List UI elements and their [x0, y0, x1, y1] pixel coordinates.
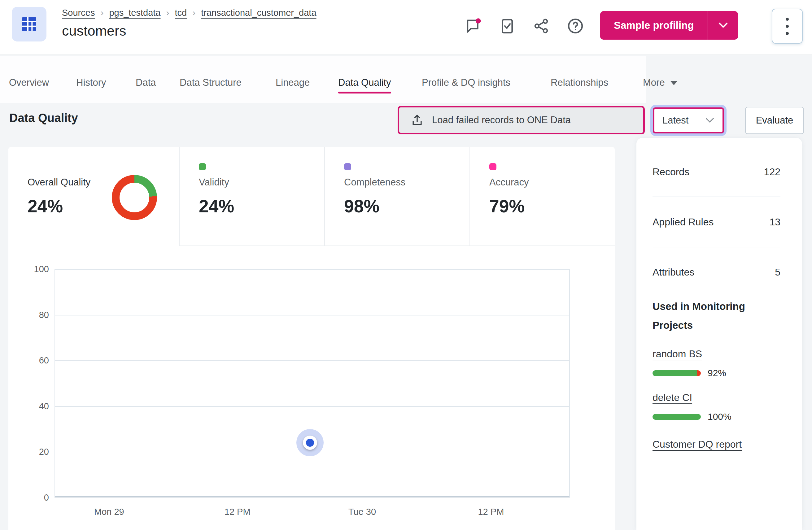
more-options-kebab-button[interactable]: [772, 9, 803, 44]
tab-data-quality[interactable]: Data Quality: [338, 77, 391, 88]
project-progress-row: 100%: [653, 411, 780, 422]
accuracy-value: 79%: [489, 196, 525, 216]
tab-bar: Overview History Data Data Structure Lin…: [0, 56, 646, 103]
catalog-item-icon: [12, 7, 46, 42]
upload-icon: [410, 113, 424, 127]
chevron-down-icon: [705, 117, 714, 123]
kebab-dot: [786, 25, 789, 28]
evaluate-button[interactable]: Evaluate: [745, 107, 804, 134]
records-label: Records: [653, 166, 690, 178]
gridline-80: [55, 315, 569, 315]
load-failed-records-button[interactable]: Load failed records to ONE Data: [397, 106, 645, 134]
tab-lineage[interactable]: Lineage: [276, 77, 310, 88]
profiling-options-dropdown[interactable]: [708, 11, 738, 40]
help-icon[interactable]: [566, 17, 585, 35]
details-sidebar: Records 122 Applied Rules 13 Attributes …: [636, 138, 802, 530]
overall-quality-card: Overall Quality 24%: [9, 147, 179, 246]
validity-card: Validity 24%: [179, 147, 324, 246]
y-tick-100: 100: [21, 264, 49, 274]
y-tick-0: 0: [21, 492, 49, 503]
overall-quality-label: Overall Quality: [28, 177, 90, 188]
caret-down-icon: [670, 81, 677, 85]
breadcrumb-tcd[interactable]: tcd: [175, 8, 187, 18]
kebab-dot: [786, 32, 789, 35]
tab-more[interactable]: More: [643, 77, 677, 88]
accuracy-color-dot: [489, 163, 496, 170]
comments-icon[interactable]: [464, 17, 482, 35]
y-tick-80: 80: [21, 310, 49, 320]
breadcrumb-sources[interactable]: Sources: [62, 8, 95, 18]
attributes-stat: Attributes 5: [653, 263, 780, 281]
validity-value: 24%: [199, 196, 234, 216]
tasks-icon[interactable]: [498, 17, 517, 35]
y-tick-60: 60: [21, 355, 49, 366]
progress-value: 92%: [708, 368, 726, 378]
x-tick-12pm-2: 12 PM: [466, 507, 516, 517]
applied-rules-label: Applied Rules: [653, 216, 713, 228]
tab-profile-dq-insights[interactable]: Profile & DQ insights: [422, 77, 510, 88]
applied-rules-stat: Applied Rules 13: [653, 213, 780, 231]
y-tick-20: 20: [21, 446, 49, 457]
records-value: 122: [764, 166, 780, 178]
records-stat: Records 122: [653, 163, 780, 181]
sample-profiling-split-button: Sample profiling: [600, 11, 738, 40]
tab-data[interactable]: Data: [136, 77, 156, 88]
tab-data-structure[interactable]: Data Structure: [179, 77, 242, 88]
project-link-random-bs[interactable]: random BS: [653, 348, 702, 360]
project-link-delete-ci[interactable]: delete CI: [653, 392, 692, 403]
share-icon[interactable]: [532, 17, 551, 35]
completeness-label: Completeness: [344, 177, 405, 188]
chevron-down-icon: [718, 22, 728, 29]
project-progress-row: 92%: [653, 368, 780, 378]
tab-relationships[interactable]: Relationships: [551, 77, 608, 88]
divider: [653, 196, 780, 197]
divider: [653, 247, 780, 247]
gridline-60: [55, 360, 569, 361]
x-tick-mon29: Mon 29: [84, 507, 134, 517]
tab-overview[interactable]: Overview: [9, 77, 49, 88]
completeness-color-dot: [344, 163, 351, 170]
progress-value: 100%: [708, 411, 731, 422]
x-tick-12pm-1: 12 PM: [213, 507, 262, 517]
y-tick-40: 40: [21, 401, 49, 411]
applied-rules-value: 13: [769, 216, 780, 228]
chevron-right-icon: [192, 8, 195, 18]
page-title: customers: [62, 23, 317, 39]
sample-profiling-button[interactable]: Sample profiling: [600, 11, 708, 40]
gridline-40: [55, 406, 569, 407]
data-point-ring: [303, 436, 317, 450]
quality-summary-cards: Overall Quality 24% Validity 24% Complet…: [9, 147, 615, 246]
progress-bar: [653, 370, 701, 376]
breadcrumb-transactional-customer-data[interactable]: transactional_customer_data: [201, 8, 316, 18]
section-heading: Data Quality: [9, 112, 78, 125]
validity-label: Validity: [199, 177, 229, 188]
kebab-dot: [786, 18, 789, 21]
progress-bar: [653, 414, 701, 420]
attributes-label: Attributes: [653, 267, 694, 278]
chevron-right-icon: [166, 8, 169, 18]
version-select[interactable]: Latest: [653, 107, 724, 133]
chevron-right-icon: [100, 8, 103, 18]
breadcrumb: Sources pgs_testdata tcd transactional_c…: [62, 8, 317, 18]
customer-dq-report-link[interactable]: Customer DQ report: [653, 439, 742, 450]
table-icon: [19, 14, 39, 34]
dq-history-chart: [55, 269, 570, 498]
completeness-card: Completeness 98%: [324, 147, 469, 246]
validity-color-dot: [199, 163, 206, 170]
data-quality-panel: Overall Quality 24% Validity 24% Complet…: [9, 147, 615, 530]
breadcrumb-pgs-testdata[interactable]: pgs_testdata: [109, 8, 160, 18]
accuracy-card: Accuracy 79%: [469, 147, 615, 246]
data-point-dot: [306, 439, 314, 447]
accuracy-label: Accuracy: [489, 177, 528, 188]
tab-history[interactable]: History: [76, 77, 106, 88]
x-tick-tue30: Tue 30: [337, 507, 387, 517]
overall-quality-value: 24%: [28, 196, 63, 216]
completeness-value: 98%: [344, 196, 379, 216]
monitoring-projects-heading: Used in Monitoring Projects: [653, 297, 780, 335]
overall-quality-donut: [112, 175, 157, 220]
app-header: Sources pgs_testdata tcd transactional_c…: [0, 0, 812, 55]
chart-data-point[interactable]: [296, 429, 324, 456]
attributes-value: 5: [775, 267, 780, 278]
